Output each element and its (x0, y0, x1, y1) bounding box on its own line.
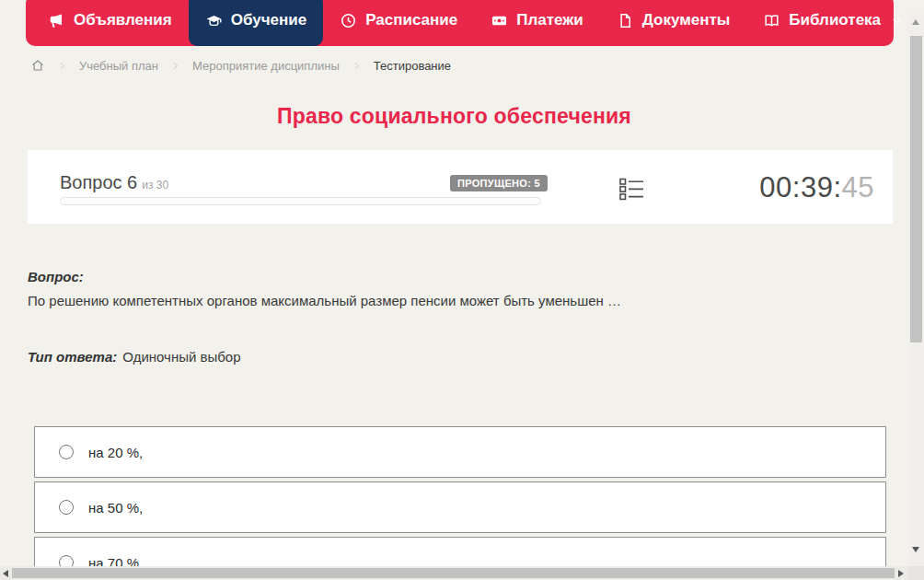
nav-item-label: Платежи (516, 11, 583, 29)
answer-options: на 20 %, на 50 %, на 70 % (34, 426, 886, 580)
nav-item-payments[interactable]: Платежи (474, 0, 600, 46)
question-list-icon[interactable] (618, 176, 645, 203)
timer-seconds: 45 (842, 171, 874, 203)
nav-item-announcements[interactable]: Объявления (31, 0, 189, 46)
scroll-left-arrow-icon[interactable] (3, 570, 8, 577)
nav-item-learning[interactable]: Обучение (189, 0, 323, 46)
home-icon[interactable] (30, 58, 45, 73)
page-title: Право социального обеспечения (0, 104, 908, 129)
radio-button[interactable] (59, 500, 74, 515)
question-number: Вопрос 6 (60, 172, 137, 192)
breadcrumb-item-discipline-event[interactable]: Мероприятие дисциплины (192, 59, 340, 73)
nav-item-schedule[interactable]: Расписание (323, 0, 474, 46)
answer-option-2[interactable]: на 50 %, (34, 481, 886, 533)
horizontal-scrollbar-thumb[interactable] (12, 568, 895, 578)
breadcrumb-item-curriculum[interactable]: Учебный план (79, 59, 158, 73)
exam-timer: 00:39:45 (759, 171, 874, 204)
radio-button[interactable] (59, 445, 74, 459)
skipped-badge: ПРОПУЩЕНО: 5 (450, 175, 548, 191)
nav-item-label: Документы (642, 11, 731, 29)
chevron-right-icon (57, 61, 67, 71)
question-progressbar (60, 197, 541, 205)
option-label: на 20 %, (88, 445, 143, 460)
vertical-scrollbar[interactable] (908, 14, 924, 566)
chevron-right-icon (170, 61, 180, 71)
horizontal-scrollbar[interactable] (0, 566, 908, 580)
book-icon (763, 12, 780, 29)
question-text: По решению компетентных органов максимал… (28, 293, 621, 308)
nav-item-label: Объявления (74, 11, 172, 29)
main-navbar: Объявления Обучение Расписание Платежи Д… (26, 0, 894, 46)
vertical-scrollbar-thumb[interactable] (910, 36, 922, 342)
scrollbar-corner (908, 566, 924, 580)
document-icon (617, 12, 634, 29)
question-total: из 30 (142, 179, 168, 191)
answer-option-1[interactable]: на 20 %, (34, 426, 886, 478)
nav-item-documents[interactable]: Документы (600, 0, 747, 46)
option-label: на 50 %, (88, 500, 143, 516)
question-counter: Вопрос 6из 30 (60, 172, 168, 193)
clock-icon (340, 12, 357, 29)
nav-item-label: Расписание (365, 11, 457, 29)
question-header-card: Вопрос 6из 30 ПРОПУЩЕНО: 5 00:39:45 (28, 150, 893, 224)
chevron-right-icon (352, 61, 362, 71)
scroll-right-arrow-icon[interactable] (898, 570, 904, 577)
megaphone-icon (48, 12, 65, 29)
question-label: Вопрос: (28, 269, 84, 284)
answer-type-label: Тип ответа: (28, 349, 117, 365)
answer-type-row: Тип ответа:Одиночный выбор (28, 349, 241, 365)
timer-hours-minutes: 00:39: (759, 171, 841, 203)
scroll-up-arrow-icon[interactable] (912, 19, 919, 25)
nav-item-library[interactable]: Библиотека (746, 0, 919, 46)
nav-item-label: Библиотека (789, 11, 881, 29)
nav-item-label: Обучение (231, 11, 306, 29)
chevron-down-icon (891, 15, 903, 27)
breadcrumb-item-testing: Тестирование (374, 59, 451, 73)
banknote-icon (491, 12, 508, 29)
answer-type-value: Одиночный выбор (122, 349, 240, 365)
scroll-down-arrow-icon[interactable] (912, 547, 919, 552)
breadcrumb: Учебный план Мероприятие дисциплины Тест… (30, 58, 451, 73)
graduation-cap-icon (205, 12, 223, 29)
